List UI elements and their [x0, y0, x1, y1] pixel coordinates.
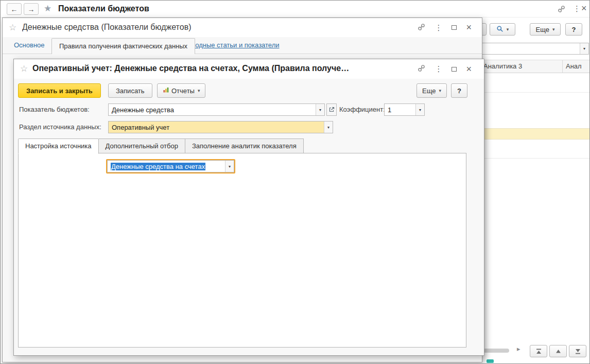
budget-indicator-combobox[interactable]: Денежные средства ▾ [108, 103, 325, 116]
maximize-icon[interactable] [452, 67, 457, 72]
get-link-icon[interactable] [418, 64, 425, 74]
chevron-down-icon: ▾ [439, 88, 441, 93]
close-icon[interactable]: × [581, 3, 587, 14]
get-link-icon[interactable] [418, 23, 425, 32]
coefficient-label: Коэффициент: [339, 103, 385, 116]
close-icon[interactable]: × [466, 22, 472, 33]
save-label: Записать [116, 87, 145, 95]
coefficient-value: 1 [385, 104, 415, 115]
list-top-icon [535, 348, 542, 355]
horizontal-scrollbar-thumb[interactable] [483, 349, 509, 353]
asset-liability-article-value: Денежные средства на счетах [108, 161, 225, 172]
selected-text: Денежные средства на счетах [111, 163, 205, 170]
data-source-section-combobox[interactable]: Оперативный учет ▾ [108, 121, 333, 133]
chevron-down-icon: ▾ [419, 108, 421, 112]
dialog-rule-operational-accounting: ☆ Оперативный учет: Денежные средства на… [13, 59, 484, 356]
column-header-analytics-3[interactable]: Аналитика 3 [483, 62, 522, 70]
asset-liability-article-dropdown-button[interactable]: ▾ [225, 161, 234, 172]
go-to-list-bottom-button[interactable] [569, 345, 586, 357]
dialog2-titlebar: ☆ Оперативный учет: Денежные средства на… [14, 59, 484, 79]
scroll-right-icon[interactable]: ▸ [517, 345, 520, 353]
open-form-icon [328, 107, 335, 113]
back-arrow-icon: ← [11, 5, 18, 13]
favorite-star-icon[interactable]: ★ [44, 3, 51, 14]
bg-help-label: ? [572, 26, 576, 33]
chevron-down-icon: ▾ [229, 164, 231, 169]
column-header-analytics-4[interactable]: Анал [566, 62, 582, 70]
reports-label: Отчеты [171, 87, 195, 95]
source-settings-panel [18, 153, 466, 348]
chevron-down-icon: ▾ [583, 46, 585, 51]
settings-tab-strip: Настройка источника Дополнительный отбор… [18, 138, 304, 153]
chevron-down-icon: ▾ [319, 108, 321, 112]
tab-fill-analytics[interactable]: Заполнение аналитик показателя [185, 138, 304, 153]
budget-indicator-label: Показатель бюджетов: [19, 103, 90, 116]
chevron-down-icon: ▾ [198, 88, 200, 93]
more-menu-icon[interactable]: ⋮ [435, 64, 442, 74]
dialog2-window-controls: ⋮ × [418, 59, 472, 79]
chevron-down-icon: ▾ [327, 125, 329, 130]
chevron-down-icon: ▾ [507, 27, 509, 32]
list-bottom-icon [575, 348, 581, 355]
asset-liability-article-combobox[interactable]: Денежные средства на счетах ▾ [107, 160, 234, 172]
reports-button[interactable]: Отчеты ▾ [157, 83, 205, 98]
data-source-section-value: Оперативный учет [109, 122, 324, 133]
more-menu-icon[interactable]: ⋮ [573, 4, 581, 13]
forward-button[interactable]: → [24, 3, 39, 15]
more-label: Еще [422, 87, 436, 95]
search-icon [496, 25, 504, 34]
coefficient-dropdown-button[interactable]: ▾ [415, 104, 424, 115]
dialog1-title: Денежные средства (Показатели бюджетов) [22, 23, 191, 32]
more-button[interactable]: Еще ▾ [417, 83, 447, 98]
tab-source-settings[interactable]: Настройка источника [18, 138, 99, 154]
main-titlebar: ← → ★ Показатели бюджетов ⋮ × [1, 1, 589, 18]
dialog1-titlebar: ☆ Денежные средства (Показатели бюджетов… [3, 18, 482, 37]
bg-more-button[interactable]: Еще ▾ [530, 23, 561, 36]
bg-help-button[interactable]: ? [565, 23, 582, 36]
more-menu-icon[interactable]: ⋮ [435, 23, 442, 32]
search-button[interactable]: ▾ [490, 23, 515, 36]
save-button[interactable]: Записать [108, 83, 152, 98]
get-link-icon[interactable] [558, 5, 565, 14]
column-separator [562, 60, 563, 73]
budget-indicator-value: Денежные средства [109, 104, 316, 115]
forward-arrow-icon: → [28, 5, 35, 13]
filter-dropdown-button[interactable]: ▾ [580, 43, 588, 54]
arrow-up-icon [555, 348, 562, 355]
budget-indicator-dropdown-button[interactable]: ▾ [316, 104, 324, 115]
main-window-title: Показатели бюджетов [58, 4, 149, 13]
maximize-icon[interactable] [452, 25, 457, 30]
data-source-section-label: Раздел источника данных: [19, 121, 101, 133]
bg-more-label: Еще [536, 26, 549, 33]
budget-indicator-open-button[interactable] [326, 103, 337, 116]
dialog1-window-controls: ⋮ × [418, 18, 472, 37]
back-button[interactable]: ← [7, 3, 22, 15]
go-to-list-top-button[interactable] [530, 345, 547, 357]
help-button[interactable]: ? [451, 83, 467, 98]
report-chart-icon [163, 86, 169, 95]
dialog2-title: Оперативный учет: Денежные средства на с… [32, 64, 349, 73]
window-star-icon[interactable]: ☆ [9, 22, 16, 33]
data-source-section-dropdown-button[interactable]: ▾ [324, 122, 333, 133]
help-label: ? [457, 87, 461, 95]
scroll-up-button[interactable] [549, 345, 567, 357]
status-indicator [487, 359, 494, 363]
nav-link-main[interactable]: Основное [14, 41, 45, 49]
chevron-down-icon: ▾ [552, 27, 555, 32]
close-icon[interactable]: × [466, 64, 472, 75]
save-and-close-label: Записать и закрыть [26, 87, 93, 95]
tab-fact-data-rules[interactable]: Правила получения фактических данных [51, 38, 195, 54]
window-star-icon[interactable]: ☆ [20, 63, 28, 74]
coefficient-combobox[interactable]: 1 ▾ [384, 103, 425, 116]
app-window: ← → ★ Показатели бюджетов ⋮ × × ▾ Еще ▾ … [0, 0, 590, 364]
tab-additional-filter[interactable]: Дополнительный отбор [99, 138, 185, 153]
save-and-close-button[interactable]: Записать и закрыть [18, 83, 101, 98]
nav-link-source-articles[interactable]: Исходные статьи и показатели [184, 41, 280, 49]
focused-field-outline: Денежные средства на счетах ▾ [106, 159, 235, 174]
